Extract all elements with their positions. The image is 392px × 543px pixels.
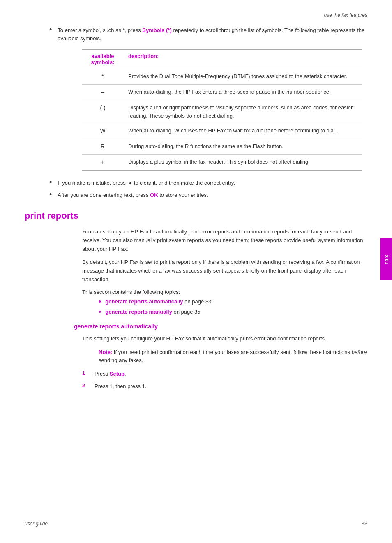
header-right: use the fax features: [25, 12, 367, 18]
print-reports-section: print reports You can set up your HP Fax…: [25, 210, 367, 390]
note-box: Note: If you need printed confirmation e…: [99, 348, 367, 365]
description-cell: Displays a left or right parenthesis to …: [123, 100, 362, 123]
col-header-symbols: available symbols:: [82, 49, 123, 69]
description-cell: When auto-dialing, the HP Fax enters a t…: [123, 85, 362, 100]
note-italic: before: [352, 349, 367, 355]
subsection-title: generate reports automatically: [74, 323, 367, 330]
symbol-cell: W: [82, 123, 123, 139]
symbols-table: available symbols: description: *Provide…: [82, 49, 362, 171]
note-text: If you need printed confirmation each ti…: [114, 349, 350, 355]
col-header-description: description:: [123, 49, 362, 69]
topic-bullet-dot: •: [99, 308, 101, 317]
numbered-step: 2Press 1, then press 1.: [82, 382, 367, 390]
section-title: print reports: [25, 210, 367, 221]
step-text: Press 1, then press 1.: [95, 382, 146, 390]
topic-bullet-dot: •: [99, 298, 101, 306]
mistake-bullet-item: • If you make a mistake, press ◄ to clea…: [49, 179, 367, 187]
symbols-bullet-item: • To enter a symbol, such as *, press Sy…: [49, 26, 367, 42]
symbol-cell: +: [82, 155, 123, 171]
mistake-bullet-section: • If you make a mistake, press ◄ to clea…: [49, 179, 367, 199]
done-bullet-item: • After you are done entering text, pres…: [49, 191, 367, 199]
topic-bullets: •generate reports automatically on page …: [99, 298, 367, 317]
print-reports-para2: By default, your HP Fax is set to print …: [82, 258, 367, 284]
numbered-steps: 1Press Setup.2Press 1, then press 1.: [82, 370, 367, 390]
table-row: –When auto-dialing, the HP Fax enters a …: [82, 85, 362, 100]
bullet-dot: •: [49, 25, 52, 34]
topic-bullet-text: generate reports automatically on page 3…: [105, 298, 211, 305]
symbol-cell: R: [82, 139, 123, 155]
symbols-table-wrapper: available symbols: description: *Provide…: [82, 49, 367, 171]
symbol-cell: –: [82, 85, 123, 100]
description-cell: During auto-dialing, the R functions the…: [123, 139, 362, 155]
topic-bullet-item: •generate reports automatically on page …: [99, 298, 367, 306]
symbols-intro-section: • To enter a symbol, such as *, press Sy…: [49, 26, 367, 42]
symbol-cell: ( ): [82, 100, 123, 123]
table-row: *Provides the Dual Tone Multiple-Frequen…: [82, 69, 362, 85]
table-header-row: available symbols: description:: [82, 49, 362, 69]
done-text: After you are done entering text, press …: [58, 191, 208, 199]
step-text: Press Setup.: [95, 370, 126, 378]
header-text: use the fax features: [324, 12, 367, 18]
topic-bullet-item: •generate reports manually on page 35: [99, 309, 367, 317]
table-row: +Displays a plus symbol in the fax heade…: [82, 155, 362, 171]
symbols-table-body: *Provides the Dual Tone Multiple-Frequen…: [82, 69, 362, 171]
description-cell: Displays a plus symbol in the fax header…: [123, 155, 362, 171]
footer: user guide 33: [25, 520, 367, 527]
topic-page-ref: on page 33: [183, 298, 212, 305]
description-cell: Provides the Dual Tone Multiple-Frequenc…: [123, 69, 362, 85]
symbols-highlight: Symbols (*): [142, 27, 172, 33]
numbered-step: 1Press Setup.: [82, 370, 367, 378]
note-end: sending any faxes.: [99, 357, 143, 363]
step-number: 2: [82, 382, 95, 388]
footer-left-text: user guide: [25, 521, 48, 527]
table-row: ( )Displays a left or right parenthesis …: [82, 100, 362, 123]
side-tab-text: fax: [383, 254, 390, 264]
topics-label: This section contains the following topi…: [82, 289, 367, 295]
symbol-cell: *: [82, 69, 123, 85]
table-row: RDuring auto-dialing, the R functions th…: [82, 139, 362, 155]
symbols-intro-text: To enter a symbol, such as *, press Symb…: [58, 26, 367, 42]
topic-page-ref: on page 35: [172, 309, 201, 315]
print-reports-para1: You can set up your HP Fax to automatica…: [82, 228, 367, 253]
table-row: WWhen auto-dialing, W causes the HP Fax …: [82, 123, 362, 139]
step-number: 1: [82, 370, 95, 376]
topic-link[interactable]: generate reports automatically: [105, 298, 183, 305]
step-highlight: Setup: [110, 371, 125, 377]
description-cell: When auto-dialing, W causes the HP Fax t…: [123, 123, 362, 139]
subsection-para: This setting lets you configure your HP …: [82, 335, 367, 343]
bullet-dot-3: •: [49, 190, 52, 199]
ok-highlight: OK: [150, 192, 158, 198]
topic-bullet-text: generate reports manually on page 35: [105, 309, 200, 315]
page: use the fax features • To enter a symbol…: [0, 0, 392, 543]
bullet-dot-2: •: [49, 178, 52, 187]
note-label: Note:: [99, 349, 112, 355]
side-tab: fax: [380, 238, 392, 280]
page-number: 33: [362, 520, 367, 527]
topic-link[interactable]: generate reports manually: [105, 309, 172, 315]
mistake-text: If you make a mistake, press ◄ to clear …: [58, 179, 235, 187]
